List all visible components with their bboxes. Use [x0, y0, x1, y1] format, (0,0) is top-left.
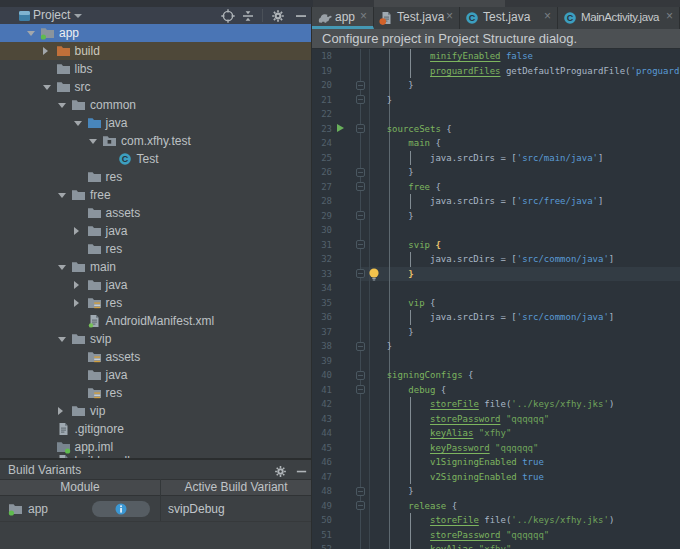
tree-item-svip[interactable]: svip	[0, 330, 312, 348]
tree-item-vip[interactable]: vip	[0, 402, 312, 420]
tree-item-app[interactable]: app	[0, 24, 312, 42]
fold-marker-icon[interactable]	[356, 501, 365, 510]
chevron-expanded-icon[interactable]	[43, 85, 51, 90]
close-tab-icon[interactable]: ×	[666, 7, 673, 27]
fold-marker-icon[interactable]	[356, 385, 365, 394]
svg-text:C: C	[121, 154, 128, 164]
code-line: free {	[365, 180, 441, 195]
tree-item-java[interactable]: java	[0, 276, 312, 294]
fold-marker-icon[interactable]	[356, 371, 365, 380]
fold-marker-icon[interactable]	[356, 240, 365, 249]
tree-item-label: res	[106, 294, 123, 312]
fold-marker-icon[interactable]	[356, 269, 365, 278]
tree-item-common[interactable]: common	[0, 96, 312, 114]
chevron-collapsed-icon[interactable]	[58, 407, 63, 415]
tree-item-assets[interactable]: assets	[0, 204, 312, 222]
tab-label: MainActivity.java	[581, 7, 659, 27]
tree-item-res[interactable]: res	[0, 384, 312, 402]
chevron-expanded-icon[interactable]	[58, 193, 66, 198]
hide-panel-icon[interactable]	[294, 9, 308, 23]
tree-item-java[interactable]: java	[0, 114, 312, 132]
tree-item-label: libs	[75, 60, 93, 78]
tree-item-java[interactable]: java	[0, 366, 312, 384]
project-panel-title[interactable]: Project	[33, 8, 70, 22]
editor-tab-test-java[interactable]: Test.java×	[374, 7, 460, 29]
tree-item-assets[interactable]: assets	[0, 348, 312, 366]
tree-item-java[interactable]: java	[0, 222, 312, 240]
module-name: app	[28, 496, 48, 522]
fold-marker-icon[interactable]	[356, 168, 365, 177]
folder-icon	[56, 80, 71, 94]
line-number: 41	[312, 383, 332, 398]
close-tab-icon[interactable]: ×	[446, 7, 453, 27]
tree-item-label: build	[75, 42, 100, 60]
tree-item-label: assets	[106, 348, 141, 366]
tree-item-res[interactable]: res	[0, 240, 312, 258]
run-gutter-icon[interactable]	[337, 124, 344, 132]
collapse-all-icon[interactable]	[241, 9, 255, 23]
fold-marker-icon[interactable]	[356, 182, 365, 191]
intention-lightbulb-icon[interactable]	[368, 268, 380, 281]
line-number: 35	[312, 296, 332, 311]
project-toolwindow-icon	[18, 9, 32, 23]
folder-icon	[87, 242, 102, 256]
chevron-collapsed-icon[interactable]	[74, 227, 79, 235]
code-line: svip {	[365, 238, 441, 253]
close-tab-icon[interactable]: ×	[360, 7, 367, 27]
active-build-variant-value[interactable]: svipDebug	[168, 496, 225, 522]
fold-marker-icon[interactable]	[356, 124, 365, 133]
line-number: 47	[312, 470, 332, 485]
code-line: release {	[365, 499, 457, 514]
gear-icon[interactable]	[271, 9, 285, 23]
tree-item-app-iml[interactable]: app.iml	[0, 438, 312, 456]
tree-item-build[interactable]: build	[0, 42, 312, 60]
fold-marker-icon[interactable]	[356, 342, 365, 351]
fold-marker-icon[interactable]	[356, 211, 365, 220]
fold-marker-icon[interactable]	[356, 81, 365, 90]
java-file-icon	[379, 11, 394, 25]
hide-panel-icon[interactable]	[295, 464, 308, 477]
fold-marker-icon[interactable]	[356, 487, 365, 496]
column-header-active-build-variant[interactable]: Active Build Variant	[160, 480, 312, 495]
tree-item-label: src	[75, 78, 91, 96]
chevron-collapsed-icon[interactable]	[74, 281, 79, 289]
chevron-expanded-icon[interactable]	[58, 337, 66, 342]
chevron-expanded-icon[interactable]	[58, 103, 66, 108]
tree-item-free[interactable]: free	[0, 186, 312, 204]
chevron-down-icon[interactable]	[74, 14, 82, 18]
chevron-expanded-icon[interactable]	[27, 31, 35, 36]
tree-item-test[interactable]: CTest	[0, 150, 312, 168]
close-tab-icon[interactable]: ×	[544, 7, 551, 27]
editor-tab-mainactivity-java[interactable]: CMainActivity.java×	[558, 7, 680, 29]
code-editor[interactable]: 18 minifyEnabled false19 proguardFiles g…	[312, 49, 680, 549]
code-line: sourceSets {	[365, 122, 452, 137]
fold-marker-icon[interactable]	[356, 95, 365, 104]
tree-item-main[interactable]: main	[0, 258, 312, 276]
chevron-expanded-icon[interactable]	[58, 265, 66, 270]
module-info-badge[interactable]	[92, 501, 150, 517]
editor-tab-app[interactable]: app×	[312, 7, 374, 29]
line-number: 38	[312, 339, 332, 354]
tree-item-com-xfhy-test[interactable]: com.xfhy.test	[0, 132, 312, 150]
chevron-collapsed-icon[interactable]	[43, 47, 48, 55]
chevron-collapsed-icon[interactable]	[74, 299, 79, 307]
build-variant-row[interactable]: app svipDebug	[0, 496, 311, 522]
line-number: 44	[312, 426, 332, 441]
tree-item-androidmanifest-xml[interactable]: AndroidManifest.xml	[0, 312, 312, 330]
tree-item-res[interactable]: res	[0, 168, 312, 186]
editor-tab-test-java[interactable]: CTest.java×	[460, 7, 558, 29]
tree-item--gitignore[interactable]: .gitignore	[0, 420, 312, 438]
gear-icon[interactable]	[274, 464, 287, 477]
locate-icon[interactable]	[221, 9, 235, 23]
line-number: 49	[312, 499, 332, 514]
column-header-module[interactable]: Module	[0, 480, 160, 495]
tree-item-src[interactable]: src	[0, 78, 312, 96]
line-number: 37	[312, 325, 332, 340]
folder-icon	[87, 170, 102, 184]
tree-item-libs[interactable]: libs	[0, 60, 312, 78]
tree-item-label: common	[90, 96, 136, 114]
tree-item-res[interactable]: res	[0, 294, 312, 312]
project-tool-window-header[interactable]: Project	[0, 7, 311, 24]
chevron-expanded-icon[interactable]	[74, 121, 82, 126]
chevron-expanded-icon[interactable]	[89, 139, 97, 144]
